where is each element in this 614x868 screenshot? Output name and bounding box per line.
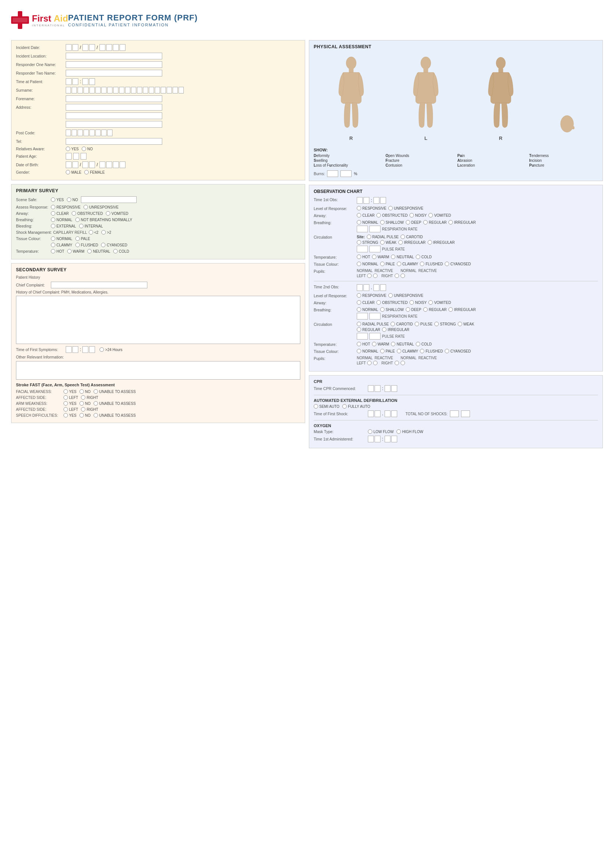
tissue-colour-row: Tissue Colour: NORMAL PALE [16,236,300,241]
gender-female[interactable]: FEMALE [84,170,105,174]
obs-temp-2-row: Temperature: HOT WARM NEUTRAL COLD [314,342,598,347]
date-d2[interactable] [72,44,78,51]
oxygen-title: OXYGEN [314,423,598,428]
time-gt24[interactable]: >24 Hours [99,347,122,352]
main-grid: Incident Date: / / Incident Location: [11,40,603,448]
obs-airway-label: Airway: [314,213,355,218]
patient-info-section: Incident Date: / / Incident Location: [11,40,305,180]
tissue-clammy[interactable]: CLAMMY [51,243,72,247]
pupils-2-right: RIGHT [381,361,405,365]
temp-warm[interactable]: WARM [67,249,84,253]
temp-neutral[interactable]: NEUTRAL [87,249,110,253]
date-y2[interactable] [106,44,112,51]
logo-intl: INTERNATIONAL [32,24,68,27]
facial-weakness-label: FACIAL WEAKNESS: [16,390,60,394]
postcode-input[interactable] [66,130,113,136]
scene-safe-text[interactable] [81,196,136,203]
breathing-not-normal[interactable]: NOT BREATHING NORMALLY [75,217,132,222]
other-info-textarea[interactable] [16,361,300,380]
tissue-flushed[interactable]: FLUSHED [75,243,98,247]
aed-title: AUTOMATED EXTERNAL DEFIBRILLATION [314,398,598,403]
obs-airway-2-row: Airway: CLEAR OBSTRUCTED NOISY VOMITED [314,300,598,305]
relatives-yes-radio[interactable] [66,147,70,151]
gender-male-radio[interactable] [66,170,70,174]
time-admin-row: Time 1st Administered: : [314,436,598,442]
airway-vomited[interactable]: VOMITED [106,211,129,215]
pupils-right-side: RIGHT [381,273,405,278]
age-input-1[interactable] [66,153,71,160]
gender-male[interactable]: MALE [66,170,81,174]
bleeding-external[interactable]: EXTERNAL [51,224,76,228]
primary-temp-row: Temperature: HOT WARM NEUTRAL [16,249,300,253]
tissue-cyanosed[interactable]: CYANOSED [101,243,127,247]
logo-aid: Aid [54,13,68,24]
date-y3[interactable] [113,44,119,51]
arm-affected-row: AFFECTED SIDE: LEFT RIGHT [16,407,300,412]
date-m1[interactable] [82,44,88,51]
show-laceration: Laceration [457,163,526,167]
address-input-2[interactable] [66,112,162,119]
level-response-2-row: Level of Response: RESPONSIVE UNRESPONSI… [314,293,598,298]
address-input-3[interactable] [66,121,162,128]
scene-safe-label: Scene Safe: [16,197,50,202]
physical-assessment-title: PHYSICAL ASSESSMENT [314,44,598,50]
obs-divider [314,281,598,281]
temp-cold[interactable]: COLD [113,249,129,253]
gender-female-radio[interactable] [84,170,89,174]
chief-complaint-input[interactable] [51,282,147,288]
shock-lt2[interactable]: <2 [89,230,98,234]
scene-yes[interactable]: YES [51,197,64,202]
scene-no[interactable]: NO [67,197,78,202]
airway-obstructed[interactable]: OBSTRUCTED [71,211,103,215]
time-at-patient-input[interactable]: : [66,78,95,85]
unresponsive-radio[interactable]: UNRESPONSIVE [84,205,118,209]
date-d1[interactable] [66,44,71,51]
obs-tissue-2-row: Tissue Colour: NORMAL PALE CLAMMY FLUSHE… [314,349,598,353]
responder-two-input[interactable] [66,70,162,76]
show-section: SHOW: Deformity Open Wounds Pain Tendern… [314,148,598,167]
obs-circ-label: Circulation [314,234,355,239]
airway-clear[interactable]: CLEAR [51,211,69,215]
svg-point-11 [561,115,574,132]
time-symptoms-row: Time of First Symptoms: : >24 Hours [16,346,300,353]
bleeding-internal[interactable]: INTERNAL [79,224,103,228]
age-input-2[interactable] [73,153,79,160]
relatives-no-radio[interactable] [82,147,86,151]
date-y4[interactable] [119,44,126,51]
temp-hot[interactable]: HOT [51,249,64,253]
svg-rect-10 [498,69,503,73]
obs-breathing-row: Breathing: NORMAL SHALLOW DEEP REGULAR I… [314,220,598,232]
burns-input-2[interactable] [340,170,352,177]
breathing-normal[interactable]: NORMAL [51,217,72,222]
relatives-yes[interactable]: YES [66,147,79,151]
arm-weakness-row: ARM WEAKNESS: YES NO UNABLE TO ASSESS [16,401,300,406]
date-m2[interactable] [89,44,95,51]
tissue-pale[interactable]: PALE [75,236,90,241]
dob-input[interactable]: / / [66,161,126,168]
tel-input[interactable] [66,138,162,145]
responsive-radio[interactable]: RESPONSIVE [51,205,81,209]
speech-label: SPEECH DIFFICULTIES: [16,414,60,417]
tissue-normal[interactable]: NORMAL [51,236,72,241]
incident-date-label: Incident Date: [16,45,64,50]
svg-rect-8 [423,69,428,73]
shock-text: CAPILLARY REFILL [53,231,87,234]
surname-input[interactable] [66,87,184,93]
forename-input[interactable] [66,95,162,102]
primary-breathing-label: Breathing: [16,217,50,222]
obs-airway-row: Airway: CLEAR OBSTRUCTED NOISY VOMITED [314,213,598,218]
date-y1[interactable] [99,44,105,51]
history-textarea[interactable] [16,296,300,344]
burns-input-1[interactable] [327,170,338,177]
incident-date-input[interactable]: / / [66,44,126,51]
age-input-3[interactable] [81,153,87,160]
tissue-colour-row2: CLAMMY FLUSHED CYANOSED [16,243,300,247]
address-input-1[interactable] [66,104,162,111]
responder-one-input[interactable] [66,61,162,68]
incident-location-input[interactable] [66,53,162,59]
forename-label: Forename: [16,96,64,101]
shock-gt2[interactable]: >2 [101,230,111,234]
relatives-no[interactable]: NO [82,147,93,151]
show-abrasion: Abrasion [457,158,526,163]
logo-icon [11,11,29,29]
